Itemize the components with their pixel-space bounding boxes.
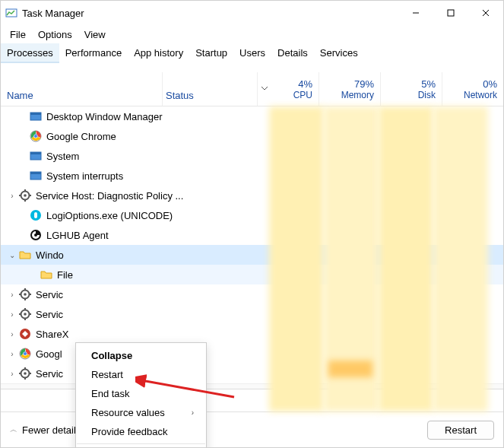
tab-startup[interactable]: Startup bbox=[189, 43, 233, 63]
column-header-network[interactable]: 0% Network bbox=[442, 72, 503, 106]
network-usage-pct: 0% bbox=[483, 78, 497, 90]
memory-usage-pct: 79% bbox=[354, 78, 374, 90]
process-row[interactable]: LGHUB Agent bbox=[1, 225, 503, 245]
task-manager-window: Task Manager File Options View Processes… bbox=[0, 0, 504, 448]
process-name: System interrupts bbox=[46, 170, 123, 182]
chevron-right-icon[interactable]: › bbox=[7, 330, 17, 338]
logi-icon bbox=[30, 209, 42, 221]
menubar: File Options View bbox=[1, 25, 503, 43]
process-name: System bbox=[46, 151, 79, 162]
gear-icon bbox=[19, 189, 31, 202]
chevron-right-icon[interactable]: › bbox=[7, 350, 17, 358]
chevron-up-icon: ︿ bbox=[10, 424, 17, 435]
tab-app-history[interactable]: App history bbox=[128, 43, 189, 63]
process-list: Desktop Window ManagerGoogle ChromeSyste… bbox=[1, 106, 503, 411]
process-row[interactable]: LogiOptions.exe (UNICODE) bbox=[1, 205, 503, 225]
context-menu-item-label: Collapse bbox=[91, 350, 132, 361]
process-name: Desktop Window Manager bbox=[46, 111, 162, 122]
process-name: Windo bbox=[36, 249, 64, 261]
context-menu-item-label: End task bbox=[91, 388, 130, 399]
tab-processes[interactable]: Processes bbox=[1, 43, 59, 63]
chrome-icon bbox=[30, 130, 42, 142]
process-name: LogiOptions.exe (UNICODE) bbox=[46, 210, 173, 221]
process-name: File bbox=[57, 269, 73, 281]
process-row[interactable]: System bbox=[1, 146, 503, 166]
column-header-status[interactable]: Status bbox=[162, 72, 257, 106]
minimize-button[interactable] bbox=[398, 1, 433, 25]
process-row[interactable]: System interrupts bbox=[1, 166, 503, 186]
context-menu-item[interactable]: Restart bbox=[76, 365, 206, 384]
process-name: Service Host: Diagnostic Policy ... bbox=[36, 190, 183, 202]
context-menu: CollapseRestartEnd taskResource values›P… bbox=[75, 342, 207, 448]
process-row[interactable]: ›ShareX bbox=[1, 324, 503, 344]
process-row[interactable]: ›Servic bbox=[1, 284, 503, 304]
svg-rect-2 bbox=[448, 10, 454, 16]
maximize-button[interactable] bbox=[433, 1, 468, 25]
menu-file[interactable]: File bbox=[4, 25, 32, 43]
restart-button[interactable]: Restart bbox=[427, 421, 494, 440]
window-icon bbox=[30, 110, 42, 122]
process-name: Googl bbox=[36, 348, 62, 360]
folder-icon bbox=[40, 268, 52, 281]
column-header-name[interactable]: Name bbox=[1, 72, 162, 106]
process-row[interactable]: Google Chrome bbox=[1, 126, 503, 146]
tab-services[interactable]: Services bbox=[314, 43, 364, 63]
tab-performance[interactable]: Performance bbox=[59, 43, 128, 63]
tabbar: Processes Performance App history Startu… bbox=[1, 43, 503, 63]
chevron-right-icon[interactable]: › bbox=[7, 370, 17, 378]
process-row[interactable]: ›Servic bbox=[1, 304, 503, 324]
window-icon bbox=[30, 150, 42, 162]
menu-separator bbox=[77, 443, 205, 444]
cpu-label: CPU bbox=[293, 90, 312, 100]
chrome-icon bbox=[19, 348, 31, 360]
chevron-right-icon[interactable]: › bbox=[7, 192, 17, 200]
process-name: LGHUB Agent bbox=[46, 230, 109, 241]
context-menu-item[interactable]: Provide feedback bbox=[76, 422, 206, 441]
context-menu-item-label: Provide feedback bbox=[91, 426, 167, 437]
context-menu-item[interactable]: Collapse bbox=[76, 346, 206, 365]
window-title: Task Manager bbox=[22, 8, 84, 19]
context-menu-item-label: Resource values bbox=[91, 407, 165, 418]
titlebar: Task Manager bbox=[1, 1, 503, 25]
chevron-right-icon: › bbox=[192, 408, 194, 417]
process-row[interactable]: ›Service Host: Diagnostic Policy ... bbox=[1, 186, 503, 205]
process-name: Servic bbox=[36, 289, 63, 300]
process-name: Servic bbox=[36, 368, 63, 380]
app-icon bbox=[5, 7, 17, 19]
process-name: Google Chrome bbox=[46, 131, 116, 142]
chevron-right-icon[interactable]: › bbox=[7, 291, 17, 299]
window-controls bbox=[398, 1, 503, 25]
cpu-usage-pct: 4% bbox=[298, 78, 312, 90]
disk-label: Disk bbox=[418, 90, 436, 100]
memory-label: Memory bbox=[341, 90, 374, 100]
process-name: Servic bbox=[36, 309, 63, 320]
close-button[interactable] bbox=[468, 1, 503, 25]
gear-icon bbox=[19, 308, 31, 320]
process-row[interactable]: File bbox=[1, 265, 503, 284]
gear-icon bbox=[19, 367, 31, 380]
process-row[interactable]: Desktop Window Manager bbox=[1, 106, 503, 126]
column-header-disk[interactable]: 5% Disk bbox=[380, 72, 442, 106]
sharex-icon bbox=[19, 328, 31, 340]
column-header-memory[interactable]: 79% Memory bbox=[319, 72, 380, 106]
chevron-down-icon[interactable]: ⌄ bbox=[7, 251, 17, 259]
column-header-cpu[interactable]: 4% CPU bbox=[257, 72, 319, 106]
context-menu-item[interactable]: End task bbox=[76, 384, 206, 403]
column-header-row: Name Status 4% CPU 79% Memory 5% Disk 0%… bbox=[1, 72, 503, 106]
menu-options[interactable]: Options bbox=[32, 25, 78, 43]
folder-icon bbox=[19, 249, 31, 261]
context-menu-item-label: Restart bbox=[91, 369, 123, 380]
tab-details[interactable]: Details bbox=[271, 43, 314, 63]
chevron-right-icon[interactable]: › bbox=[7, 310, 17, 319]
fewer-details-label: Fewer details bbox=[22, 424, 81, 436]
lghub-icon bbox=[30, 229, 42, 241]
disk-usage-pct: 5% bbox=[421, 78, 436, 90]
tab-users[interactable]: Users bbox=[233, 43, 271, 63]
process-row[interactable]: ⌄Windo bbox=[1, 245, 503, 265]
process-name: ShareX bbox=[36, 329, 68, 340]
sort-chevron-icon bbox=[261, 81, 268, 93]
menu-view[interactable]: View bbox=[78, 25, 112, 43]
gear-icon bbox=[19, 288, 31, 300]
fewer-details-toggle[interactable]: ︿ Fewer details bbox=[10, 424, 81, 436]
context-menu-item[interactable]: Resource values› bbox=[76, 403, 206, 422]
